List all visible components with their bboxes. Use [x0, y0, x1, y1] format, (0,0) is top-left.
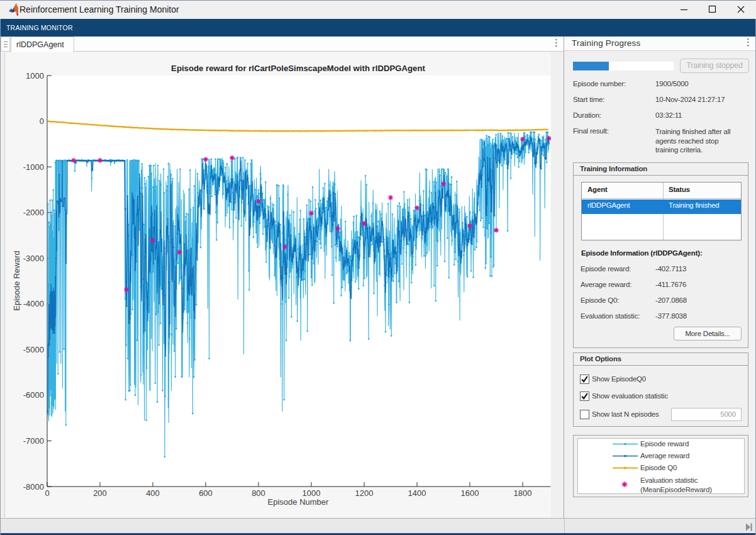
svg-text:200: 200: [93, 488, 107, 498]
svg-text:Episode reward for rlCartPoleS: Episode reward for rlCartPoleSimscapeMod…: [171, 64, 425, 73]
svg-text:-5000: -5000: [23, 345, 44, 354]
svg-text:-8000: -8000: [23, 482, 44, 492]
svg-text:1200: 1200: [355, 488, 374, 498]
svg-text:-7000: -7000: [23, 436, 44, 446]
svg-text:0: 0: [40, 116, 44, 126]
svg-text:Episode Reward: Episode Reward: [12, 251, 21, 310]
svg-text:1000: 1000: [303, 488, 321, 498]
svg-text:-6000: -6000: [23, 390, 44, 400]
svg-text:400: 400: [146, 488, 160, 498]
svg-text:800: 800: [252, 488, 265, 498]
svg-text:1000: 1000: [26, 71, 44, 81]
svg-text:600: 600: [199, 488, 213, 498]
svg-text:0: 0: [45, 488, 49, 498]
svg-text:-4000: -4000: [23, 299, 44, 308]
svg-text:1600: 1600: [461, 488, 479, 498]
svg-text:-2000: -2000: [23, 208, 44, 217]
svg-text:-1000: -1000: [23, 162, 44, 172]
svg-text:Episode Number: Episode Number: [268, 497, 329, 507]
svg-text:1800: 1800: [514, 488, 532, 498]
svg-text:1400: 1400: [408, 488, 426, 498]
svg-text:-3000: -3000: [23, 254, 44, 263]
